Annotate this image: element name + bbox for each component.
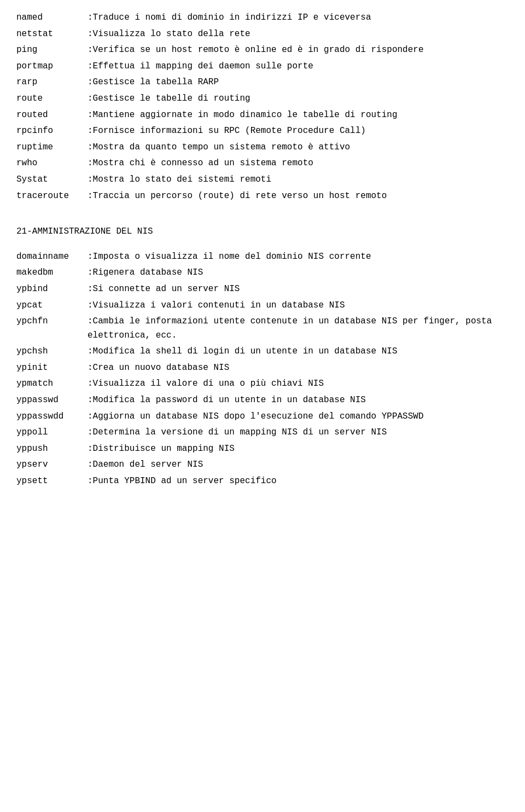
command-desc: :Mostra da quanto tempo un sistema remot…	[88, 141, 509, 155]
list-item: ypserv:Daemon del server NIS	[16, 458, 509, 472]
list-item: ypchsh:Modifica la shell di login di un …	[16, 345, 509, 359]
list-item: ping:Verifica se un host remoto è online…	[16, 43, 509, 57]
command-name: domainname	[16, 250, 88, 264]
command-name: makedbm	[16, 266, 88, 280]
command-name: ruptime	[16, 141, 88, 155]
list-item: portmap:Effettua il mapping dei daemon s…	[16, 60, 509, 74]
command-desc: :Imposta o visualizza il nome del domini…	[88, 250, 509, 264]
list-item: ruptime:Mostra da quanto tempo un sistem…	[16, 141, 509, 155]
command-desc: :Verifica se un host remoto è online ed …	[88, 43, 509, 57]
command-name: rarp	[16, 76, 88, 90]
command-desc: :Mostra chi è connesso ad un sistema rem…	[88, 156, 509, 171]
list-item: ypinit:Crea un nuovo database NIS	[16, 361, 509, 375]
command-name: ypcat	[16, 299, 88, 313]
list-item: rwho:Mostra chi è connesso ad un sistema…	[16, 156, 509, 171]
command-name: rpcinfo	[16, 124, 88, 138]
command-name: ypbind	[16, 282, 88, 297]
list-item: routed:Mantiene aggiornate in modo dinam…	[16, 108, 509, 123]
list-item: ypsett:Punta YPBIND ad un server specifi…	[16, 474, 509, 489]
command-desc: :Traduce i nomi di dominio in indirizzi …	[88, 11, 509, 25]
command-desc: :Si connette ad un server NIS	[88, 282, 509, 297]
command-desc: :Visualizza il valore di una o più chiav…	[88, 377, 509, 391]
command-desc: :Traccia un percorso (route) di rete ver…	[88, 189, 509, 204]
command-desc: :Rigenera database NIS	[88, 266, 509, 280]
command-desc: :Visualizza i valori contenuti in un dat…	[88, 299, 509, 313]
list-item: Systat:Mostra lo stato dei sistemi remot…	[16, 173, 509, 187]
list-item: route:Gestisce le tabelle di routing	[16, 92, 509, 106]
list-item: makedbm:Rigenera database NIS	[16, 266, 509, 280]
command-desc: :Punta YPBIND ad un server specifico	[88, 474, 509, 489]
command-desc: :Cambia le informazioni utente contenute…	[88, 315, 509, 343]
command-name: Systat	[16, 173, 88, 187]
command-name: rwho	[16, 156, 88, 171]
list-item: rarp:Gestisce la tabella RARP	[16, 76, 509, 90]
list-item: rpcinfo:Fornisce informazioni su RPC (Re…	[16, 124, 509, 138]
list-item: yppasswdd:Aggiorna un database NIS dopo …	[16, 410, 509, 424]
network-entries: named:Traduce i nomi di dominio in indir…	[16, 11, 509, 203]
command-desc: :Gestisce le tabelle di routing	[88, 92, 509, 106]
main-content: named:Traduce i nomi di dominio in indir…	[16, 11, 509, 489]
command-name: ypinit	[16, 361, 88, 375]
command-name: ypserv	[16, 458, 88, 472]
list-item: traceroute:Traccia un percorso (route) d…	[16, 189, 509, 204]
command-desc: :Determina la versione di un mapping NIS…	[88, 426, 509, 440]
command-desc: :Aggiorna un database NIS dopo l'esecuzi…	[88, 410, 509, 424]
command-name: yppasswd	[16, 393, 88, 408]
list-item: ypchfn:Cambia le informazioni utente con…	[16, 315, 509, 343]
command-desc: :Mostra lo stato dei sistemi remoti	[88, 173, 509, 187]
section-header: 21-AMMINISTRAZIONE DEL NIS	[16, 225, 509, 239]
command-name: ypsett	[16, 474, 88, 489]
command-desc: :Crea un nuovo database NIS	[88, 361, 509, 375]
command-name: ping	[16, 43, 88, 57]
command-desc: :Effettua il mapping dei daemon sulle po…	[88, 60, 509, 74]
command-name: ypchfn	[16, 315, 88, 343]
list-item: ypmatch:Visualizza il valore di una o pi…	[16, 377, 509, 391]
nis-entries: domainname:Imposta o visualizza il nome …	[16, 250, 509, 489]
command-name: netstat	[16, 27, 88, 42]
list-item: yppoll:Determina la versione di un mappi…	[16, 426, 509, 440]
command-desc: :Distribuisce un mapping NIS	[88, 442, 509, 456]
command-name: portmap	[16, 60, 88, 74]
command-name: named	[16, 11, 88, 25]
command-name: traceroute	[16, 189, 88, 204]
command-desc: :Fornisce informazioni su RPC (Remote Pr…	[88, 124, 509, 138]
command-desc: :Modifica la password di un utente in un…	[88, 393, 509, 408]
command-desc: :Visualizza lo stato della rete	[88, 27, 509, 42]
command-name: yppush	[16, 442, 88, 456]
command-name: routed	[16, 108, 88, 123]
command-name: yppasswdd	[16, 410, 88, 424]
command-name: yppoll	[16, 426, 88, 440]
command-desc: :Mantiene aggiornate in modo dinamico le…	[88, 108, 509, 123]
list-item: domainname:Imposta o visualizza il nome …	[16, 250, 509, 264]
list-item: yppush:Distribuisce un mapping NIS	[16, 442, 509, 456]
list-item: ypbind:Si connette ad un server NIS	[16, 282, 509, 297]
command-name: ypmatch	[16, 377, 88, 391]
command-name: ypchsh	[16, 345, 88, 359]
list-item: yppasswd:Modifica la password di un uten…	[16, 393, 509, 408]
list-item: netstat:Visualizza lo stato della rete	[16, 27, 509, 42]
command-desc: :Daemon del server NIS	[88, 458, 509, 472]
list-item: named:Traduce i nomi di dominio in indir…	[16, 11, 509, 25]
command-desc: :Gestisce la tabella RARP	[88, 76, 509, 90]
command-desc: :Modifica la shell di login di un utente…	[88, 345, 509, 359]
list-item: ypcat:Visualizza i valori contenuti in u…	[16, 299, 509, 313]
command-name: route	[16, 92, 88, 106]
